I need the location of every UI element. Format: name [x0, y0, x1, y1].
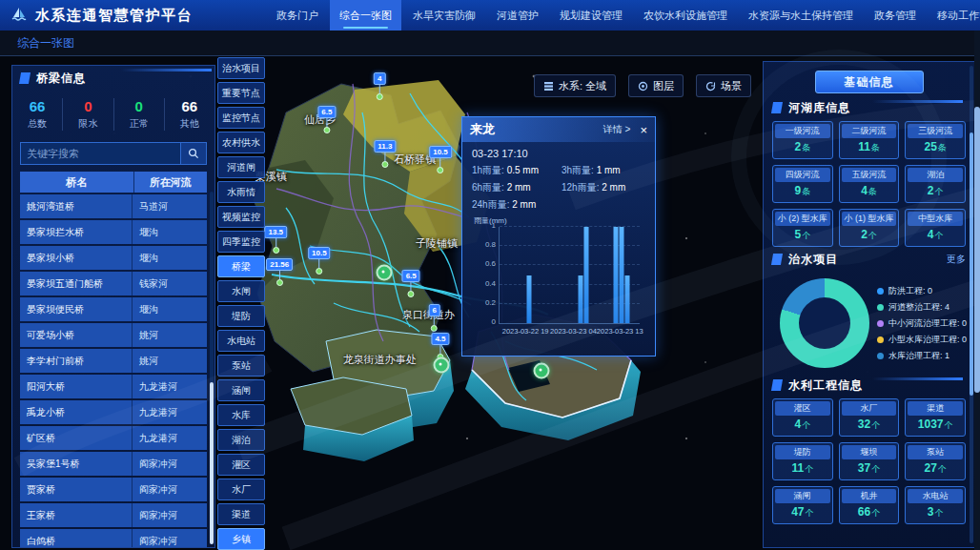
popup-detail-link[interactable]: 详情 >	[603, 123, 631, 136]
legend-dot	[877, 288, 884, 295]
layer-item-18[interactable]: 水厂	[217, 479, 265, 500]
table-row[interactable]: 贾家桥阎家冲河	[20, 478, 207, 501]
table-row[interactable]: 晏家坝小桥堰沟	[20, 246, 207, 270]
station-marker-icon[interactable]	[534, 363, 550, 379]
map-badge-marker[interactable]: 4.5	[431, 333, 449, 360]
card-value: 25条	[908, 138, 963, 156]
rain-chart-xlabels: 2023-03-22 192023-03-23 042023-03-23 13	[499, 327, 640, 338]
layer-item-7[interactable]: 视频监控	[217, 206, 265, 228]
water-eng-card-4: 堤防11个	[772, 442, 833, 480]
metric-label: 6h雨量:	[472, 182, 507, 193]
nav-item-6[interactable]: 农饮水利设施管理	[634, 0, 737, 31]
layer-item-15[interactable]: 水库	[217, 404, 265, 426]
bridge-table-scrollbar	[210, 192, 214, 544]
layer-item-19[interactable]: 渠道	[217, 503, 265, 525]
card-title: 小 (2) 型水库	[775, 212, 830, 226]
bridge-stat-4: 66其他	[164, 98, 214, 131]
table-row[interactable]: 姚河湾道桥马道河	[20, 194, 207, 218]
brand: 水系连通智慧管护平台	[0, 6, 267, 25]
layer-item-14[interactable]: 涵闸	[217, 379, 265, 401]
water-eng-card-3: 渠道1037个	[905, 398, 966, 437]
table-row[interactable]: 晏家坝拦水桥堰沟	[20, 220, 207, 244]
table-row[interactable]: 李学村门前桥姚河	[20, 349, 207, 373]
nav-item-4[interactable]: 河道管护	[487, 0, 548, 31]
rain-chart-plot: 00.20.40.60.81	[499, 227, 640, 324]
rain-bar-3	[584, 227, 589, 323]
column-header-river: 所在河流	[133, 172, 207, 193]
search-input[interactable]	[20, 142, 181, 165]
scrollbar-thumb[interactable]	[974, 107, 980, 393]
map-badge-marker[interactable]: 13.5	[264, 226, 287, 254]
nav-item-3[interactable]: 水旱灾害防御	[403, 0, 485, 31]
table-row[interactable]: 晏家坝五通门船桥钱家河	[20, 272, 207, 295]
card-title: 堤防	[775, 445, 830, 459]
layer-item-20[interactable]: 乡镇	[217, 528, 265, 550]
water-eng-card-6: 泵站27个	[905, 442, 966, 480]
legend-dot	[877, 353, 884, 359]
badge-dot	[276, 279, 283, 286]
more-link[interactable]: 更多	[947, 253, 966, 266]
badge-stem	[411, 282, 412, 291]
map-badge-marker[interactable]: 10.5	[429, 146, 452, 173]
card-title: 渠道	[908, 401, 963, 416]
card-title: 小 (1) 型水库	[842, 212, 897, 226]
river-name-cell: 姚河	[132, 349, 207, 373]
map-badge-marker[interactable]: 4	[374, 72, 385, 100]
table-row[interactable]: 吴家堡1号桥阎家冲河	[20, 452, 207, 476]
nav-item-5[interactable]: 规划建设管理	[550, 0, 632, 31]
breadcrumb[interactable]: 综合一张图	[17, 35, 74, 51]
map-badge-marker[interactable]: 6.5	[402, 270, 420, 297]
layer-item-5[interactable]: 河道闸	[217, 156, 265, 178]
table-row[interactable]: 晏家坝便民桥堰沟	[20, 297, 207, 321]
card-title: 水厂	[842, 401, 897, 416]
layer-item-1[interactable]: 治水项目	[217, 57, 265, 79]
table-row[interactable]: 可爱场小桥姚河	[20, 323, 207, 347]
nav-item-9[interactable]: 移动工作管理	[928, 0, 980, 31]
map-control-2[interactable]: 图层	[628, 74, 684, 97]
map-badge-marker[interactable]: 6	[428, 304, 439, 332]
card-value: 27个	[908, 459, 963, 478]
nav-item-2[interactable]: 综合一张图	[330, 0, 401, 31]
map-badge-marker[interactable]: 10.5	[308, 247, 331, 275]
scrollbar-thumb[interactable]	[210, 382, 214, 544]
legend-item-3: 中小河流治理工程: 0	[877, 317, 967, 330]
layer-item-2[interactable]: 重要节点	[217, 82, 265, 104]
map-control-3[interactable]: 场景	[696, 74, 751, 97]
nav-item-8[interactable]: 政务管理	[865, 0, 926, 31]
layer-item-9[interactable]: 桥梁	[217, 255, 265, 277]
layer-item-13[interactable]: 泵站	[217, 355, 265, 377]
table-row[interactable]: 矿区桥九龙港河	[20, 426, 207, 450]
layer-item-12[interactable]: 水电站	[217, 330, 265, 352]
layer-item-8[interactable]: 四季监控	[217, 231, 265, 253]
map-badge-marker[interactable]: 6.5	[317, 106, 336, 133]
layer-item-3[interactable]: 监控节点	[217, 107, 265, 129]
layer-item-4[interactable]: 农村供水	[217, 132, 265, 153]
map-badge-marker[interactable]: 11.3	[374, 140, 396, 168]
table-row[interactable]: 阳河大桥九龙港河	[20, 375, 207, 398]
river-name-cell: 堰沟	[132, 246, 207, 270]
card-unit: 个	[935, 231, 944, 240]
search-button[interactable]	[181, 142, 207, 165]
layer-item-10[interactable]: 水闸	[217, 280, 265, 302]
table-row[interactable]: 王家桥阎家冲河	[20, 503, 207, 527]
tab-basic-info[interactable]: 基础信息	[815, 71, 924, 93]
layer-item-11[interactable]: 堤防	[217, 305, 265, 327]
table-row[interactable]: 白鸽桥阎家冲河	[20, 529, 207, 548]
map-control-1[interactable]: 水系: 全域	[534, 74, 616, 97]
river-name-cell: 堰沟	[132, 220, 207, 244]
nav-item-7[interactable]: 水资源与水土保持管理	[739, 0, 863, 31]
badge-dot	[437, 167, 443, 173]
layer-item-17[interactable]: 灌区	[217, 454, 265, 476]
station-marker-icon[interactable]	[434, 356, 450, 373]
layer-item-6[interactable]: 水雨情	[217, 181, 265, 203]
layer-item-16[interactable]: 湖泊	[217, 429, 265, 451]
river-lake-title: 河湖库信息	[788, 100, 850, 116]
map-badge-marker[interactable]: 21.56	[266, 258, 293, 286]
scrollbar-thumb[interactable]	[970, 132, 973, 396]
station-marker-icon[interactable]	[376, 264, 392, 280]
water-engineering-cards: 灌区4个水厂32个渠道1037个堤防11个堰坝37个泵站27个涵闸47个机井66…	[772, 398, 966, 524]
nav-item-1[interactable]: 政务门户	[267, 0, 328, 31]
close-icon[interactable]: ×	[640, 124, 647, 136]
table-row[interactable]: 禹龙小桥九龙港河	[20, 400, 207, 424]
legend-item-2: 河道整治工程: 4	[877, 301, 967, 314]
